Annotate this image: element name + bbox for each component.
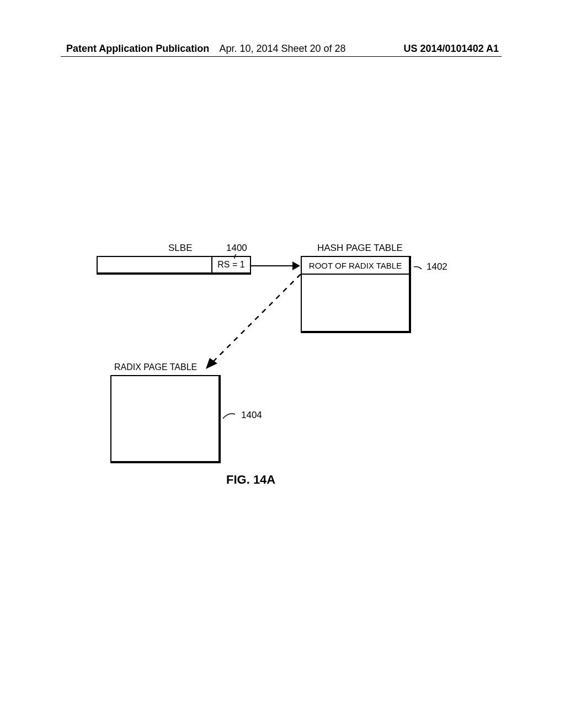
rs-field: RS = 1 — [212, 257, 250, 272]
figure-label: FIG. 14A — [226, 473, 275, 487]
arrow-head-icon — [292, 261, 300, 270]
ref-num-1400: 1400 — [226, 243, 247, 254]
svg-line-0 — [212, 274, 301, 362]
header-rule — [61, 56, 502, 57]
hash-page-table-label: HASH PAGE TABLE — [317, 243, 403, 254]
arrow-to-hash — [251, 265, 295, 266]
header-date-sheet: Apr. 10, 2014 Sheet 20 of 28 — [219, 43, 345, 55]
slbe-box: RS = 1 — [97, 256, 251, 275]
ref-num-1402: 1402 — [427, 261, 447, 272]
header-pub-number: US 2014/0101402 A1 — [404, 43, 499, 55]
hash-page-table-box: ROOT OF RADIX TABLE — [301, 256, 411, 333]
ref-1404-leader — [223, 411, 239, 422]
slbe-label: SLBE — [168, 243, 192, 254]
header-publication: Patent Application Publication — [66, 43, 209, 55]
ref-1402-leader — [414, 265, 426, 272]
dashed-arrow-to-radix — [204, 274, 315, 373]
root-radix-row: ROOT OF RADIX TABLE — [302, 257, 409, 275]
ref-num-1404: 1404 — [241, 410, 262, 421]
slbe-box-left — [98, 257, 212, 272]
radix-page-table-label: RADIX PAGE TABLE — [114, 362, 197, 372]
radix-page-table-box — [110, 375, 221, 463]
